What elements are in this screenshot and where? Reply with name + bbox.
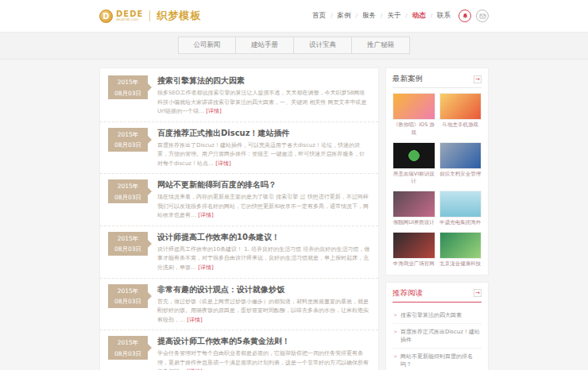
case-thumbnail[interactable]: [439, 232, 482, 259]
article-title[interactable]: 搜索引擎算法的四大因素: [157, 75, 370, 87]
subnav-tab-design-tips[interactable]: 设计宝典: [294, 37, 352, 54]
case-thumbnail[interactable]: [393, 93, 435, 120]
mail-icon[interactable]: [476, 10, 489, 22]
chevron-right-icon: ＞: [393, 353, 398, 368]
main-content: 2015年08月03日 搜索引擎算法的四大因素 很多SEO工作者都说搜索引擎的算…: [0, 60, 588, 370]
case-thumbnail[interactable]: [439, 142, 482, 169]
case-item[interactable]: 前沿文档安全管理: [439, 142, 482, 187]
date-badge: 2015年08月03日: [108, 128, 148, 152]
case-caption: 黑圣农瑞VI标识设计: [393, 171, 435, 187]
article-row[interactable]: 2015年08月03日 搜索引擎算法的四大因素 很多SEO工作者都说搜索引擎的算…: [100, 70, 378, 122]
article-title[interactable]: 提高设计师工作效率的5条黄金法则！: [157, 336, 370, 347]
case-item[interactable]: 黑圣农瑞VI标识设计: [393, 142, 435, 187]
article-summary: 学会任务管理对于每个自由职业者都是必需的，它能帮助你把一周的任务安排更有条理，更…: [157, 349, 370, 370]
latest-cases-title: 最新案例: [393, 74, 423, 84]
read-more-link[interactable]: [详情]: [198, 212, 213, 218]
article-title[interactable]: 非常有趣的设计观点：设计就像炒饭: [157, 284, 370, 295]
case-item[interactable]: 假靓网UI界面设计: [393, 191, 435, 227]
case-caption: 斗地主手机游戏: [439, 121, 482, 129]
date-badge: 2015年08月03日: [108, 336, 148, 360]
subnav-tab-company-news[interactable]: 公司新闻: [178, 37, 236, 54]
latest-cases-card: 最新案例 → 《教你唱》IOS 游戏 斗地主手机游戏 黑圣农瑞VI标识设计: [385, 67, 489, 276]
case-caption: 中海商业广场官网: [393, 260, 435, 268]
case-thumbnail[interactable]: [439, 93, 482, 120]
nav-item-cases[interactable]: 案例: [338, 11, 351, 21]
nav-item-services[interactable]: 服务: [362, 11, 376, 21]
article-row[interactable]: 2015年08月03日 提高设计师工作效率的5条黄金法则！ 学会任务管理对于每个…: [100, 330, 378, 370]
article-row[interactable]: 2015年08月03日 非常有趣的设计观点：设计就像炒饭 首先，做过炒饭（或是上…: [100, 279, 378, 331]
nav-item-about[interactable]: 关于: [387, 11, 400, 21]
nav-separator: /: [431, 13, 432, 19]
case-caption: 《教你唱》IOS 游戏: [393, 121, 435, 137]
case-item[interactable]: 斗地主手机游戏: [439, 93, 482, 137]
case-caption: 中盛光电集团海外: [439, 219, 482, 227]
case-thumbnail[interactable]: [393, 142, 435, 169]
case-caption: 前沿文档安全管理: [439, 171, 482, 179]
subnav-tab-site-manual[interactable]: 建站手册: [236, 37, 294, 54]
case-caption: 北京泷合健康科技: [439, 260, 482, 268]
recommended-link[interactable]: ＞ 网站不更新能得到百度的排名吗？: [393, 349, 482, 370]
date-badge: 2015年08月03日: [108, 179, 148, 203]
article-title[interactable]: 百度推荐正式推出Discuz！建站插件: [157, 128, 370, 139]
article-row[interactable]: 2015年08月03日 百度推荐正式推出Discuz！建站插件 百度推荐推出了D…: [100, 122, 378, 175]
site-logo[interactable]: D DEDE dede58.com 织梦模板: [99, 9, 201, 23]
case-item[interactable]: 《教你唱》IOS 游戏: [393, 93, 435, 137]
sidebar: 最新案例 → 《教你唱》IOS 游戏 斗地主手机游戏 黑圣农瑞VI标识设计: [385, 67, 489, 370]
header: D DEDE dede58.com 织梦模板 首页 / 案例 / 服务 / 关于…: [0, 0, 588, 32]
cases-more-arrow-icon[interactable]: →: [474, 75, 482, 83]
notification-bell-icon[interactable]: [458, 10, 471, 22]
nav-separator: /: [356, 13, 358, 19]
nav-item-news-active[interactable]: 动态: [412, 11, 426, 21]
article-summary: 设计师提高工作效率的10条建议！ 1. 培养良好的生活习惯 培养的良好的生活习惯…: [157, 245, 370, 273]
case-thumbnail[interactable]: [439, 191, 482, 218]
site-name: 织梦模板: [157, 9, 201, 23]
recommended-link[interactable]: ＞ 搜索引擎算法的四大因素: [393, 307, 482, 324]
article-list: 2015年08月03日 搜索引擎算法的四大因素 很多SEO工作者都说搜索引擎的算…: [99, 67, 379, 370]
case-caption: 假靓网UI界面设计: [393, 219, 435, 227]
read-more-link[interactable]: [详情]: [215, 160, 230, 167]
recommended-reads-title: 推荐阅读: [393, 288, 423, 299]
case-item[interactable]: 中海商业广场官网: [393, 232, 435, 268]
case-item[interactable]: 中盛光电集团海外: [439, 191, 482, 227]
category-subnav: 公司新闻 建站手册 设计宝典 推广秘籍: [0, 32, 588, 60]
nav-separator: /: [381, 13, 382, 19]
article-title[interactable]: 设计师提高工作效率的10条建议！: [157, 232, 370, 243]
read-more-link[interactable]: [详情]: [198, 264, 213, 271]
case-thumbnail[interactable]: [393, 191, 435, 218]
chevron-right-icon: ＞: [393, 311, 398, 319]
case-item[interactable]: 北京泷合健康科技: [439, 232, 482, 268]
chevron-right-icon: ＞: [393, 328, 398, 344]
article-summary: 很多SEO工作者都说搜索引擎的算法让人捉摸不透，天天都在调整，今天织梦58网络科…: [157, 89, 370, 117]
coin-logo-icon: D: [99, 10, 113, 23]
article-summary: 现在情况来看，内容的更新最主要的是为了吸引 搜索引擎 过 快照进行更新，不过同样…: [157, 193, 370, 221]
nav-item-home[interactable]: 首页: [312, 11, 326, 21]
nav-item-contact[interactable]: 联系: [437, 11, 451, 21]
date-badge: 2015年08月03日: [108, 75, 148, 99]
article-row[interactable]: 2015年08月03日 设计师提高工作效率的10条建议！ 设计师提高工作效率的1…: [100, 226, 378, 279]
case-thumbnail[interactable]: [393, 232, 435, 259]
article-summary: 首先，做过炒饭（或是上网查过炒饭小撇步）的都知道，材料里面最重要的基底，就是刚炒…: [157, 298, 370, 326]
recommended-reads-card: 推荐阅读 → ＞ 搜索引擎算法的四大因素 ＞ 百度推荐正式推出Discuz！建站…: [385, 282, 489, 370]
article-title[interactable]: 网站不更新能得到百度的排名吗？: [157, 179, 370, 191]
article-summary: 百度推荐推出了Discuz！建站插件，可以完美适用于各大discuz！论坛，快速…: [157, 141, 370, 169]
read-more-link[interactable]: [详情]: [187, 317, 202, 323]
subnav-tab-promotion[interactable]: 推广秘籍: [352, 37, 410, 54]
main-nav: 首页 / 案例 / 服务 / 关于 / 动态 / 联系: [312, 11, 451, 21]
reads-more-arrow-icon[interactable]: →: [474, 289, 482, 297]
read-more-link[interactable]: [详情]: [206, 108, 221, 114]
nav-separator: /: [405, 13, 407, 19]
logo-divider: [149, 10, 150, 21]
date-badge: 2015年08月03日: [108, 232, 148, 256]
article-row[interactable]: 2015年08月03日 网站不更新能得到百度的排名吗？ 现在情况来看，内容的更新…: [100, 174, 378, 226]
brand-subtext: dede58.com: [116, 18, 143, 22]
nav-separator: /: [331, 13, 332, 19]
recommended-link[interactable]: ＞ 百度推荐正式推出Discuz！建站插件: [393, 324, 482, 349]
date-badge: 2015年08月03日: [108, 284, 148, 308]
